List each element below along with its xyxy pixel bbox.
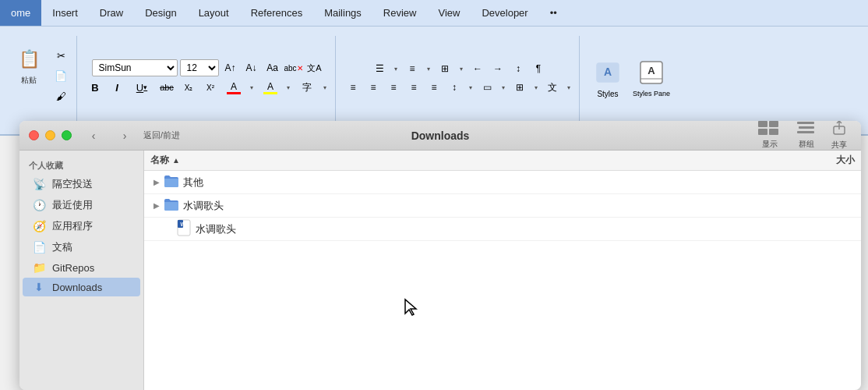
menu-more[interactable]: •• (539, 0, 568, 26)
paste-button[interactable]: 📋 粘贴 (9, 43, 48, 90)
font-color-btn[interactable]: A (222, 79, 245, 96)
sort-btn[interactable]: ↕ (509, 60, 528, 77)
svg-text:A: A (604, 66, 612, 78)
change-case-btn[interactable]: Aa (263, 59, 282, 76)
svg-rect-8 (769, 129, 778, 135)
ribbon-font-group: SimSun 12 A↑ A↓ Aa abc✕ 文A B I U ▾ abc (80, 36, 336, 134)
menu-draw[interactable]: Draw (89, 0, 134, 26)
shading-btn[interactable]: ▭ (478, 79, 496, 96)
decrease-indent-btn[interactable]: ← (468, 60, 487, 77)
menu-home[interactable]: ome (0, 0, 41, 26)
superscript-button[interactable]: X² (200, 78, 221, 97)
font-color-dropdown[interactable]: ▾ (246, 79, 257, 96)
sidebar-item-downloads[interactable]: ⬇ Downloads (23, 278, 140, 296)
justify-btn[interactable]: ≡ (404, 79, 423, 96)
numbering-dropdown[interactable]: ▾ (423, 60, 434, 77)
format-painter-button[interactable]: 🖌 (50, 87, 72, 105)
increase-font-btn[interactable]: A↑ (221, 59, 240, 76)
traffic-light-close[interactable] (29, 130, 39, 140)
border-dropdown[interactable]: ▾ (531, 79, 542, 96)
menu-layout[interactable]: Layout (188, 0, 240, 26)
file-row[interactable]: ▶ 水调歌头 (144, 194, 861, 218)
traffic-light-maximize[interactable] (62, 130, 72, 140)
underline-dropdown[interactable]: ▾ (143, 83, 147, 91)
group-icon (797, 121, 816, 138)
show-hide-btn[interactable]: ¶ (529, 60, 548, 77)
menu-insert[interactable]: Insert (41, 0, 89, 26)
svg-rect-7 (758, 129, 767, 135)
shading-dropdown[interactable]: ▾ (498, 79, 509, 96)
file-row[interactable]: ▶ 其他 (144, 171, 861, 194)
styles-pane-button[interactable]: A Styles Pane (631, 51, 672, 105)
clear-format-btn[interactable]: abc✕ (284, 59, 303, 76)
sidebar-item-label-applications: 应用程序 (52, 219, 93, 233)
line-spacing-dropdown[interactable]: ▾ (465, 79, 476, 96)
font-family-select[interactable]: SimSun (92, 59, 178, 76)
traffic-light-minimize[interactable] (45, 130, 55, 140)
multilevel-btn[interactable]: ⊞ (436, 60, 454, 77)
bullets-dropdown[interactable]: ▾ (390, 60, 401, 77)
finder-titlebar: ‹ › 返回/前进 Downloads 显示 (19, 121, 861, 151)
gitrepos-icon: 📁 (32, 261, 46, 274)
sidebar-item-airdrop[interactable]: 📡 隔空投送 (23, 174, 140, 194)
file-name: 水调歌头 (183, 199, 792, 213)
styles-btn-label: Styles (597, 90, 618, 98)
svg-rect-10 (799, 126, 814, 129)
sidebar-item-label-downloads: Downloads (52, 282, 102, 293)
column-name-header: 名称 ▲ (150, 154, 792, 167)
align-left-btn[interactable]: ≡ (344, 79, 362, 96)
menu-references[interactable]: References (240, 0, 313, 26)
line-spacing-btn[interactable]: ↕ (445, 79, 464, 96)
bullets-btn[interactable]: ☰ (370, 60, 389, 77)
font-content: SimSun 12 A↑ A↓ Aa abc✕ 文A B I U ▾ abc (85, 37, 330, 119)
align-center-btn[interactable]: ≡ (364, 79, 383, 96)
back-button[interactable]: ‹ (84, 126, 103, 145)
chinese-layout-dropdown[interactable]: ▾ (563, 79, 574, 96)
highlight-btn[interactable]: A (259, 79, 282, 96)
highlight-dropdown[interactable]: ▾ (283, 79, 294, 96)
share-button[interactable]: 共享 (827, 121, 852, 152)
clipboard-content: 📋 粘贴 ✂ 📄 🖌 (9, 37, 72, 119)
font-size-select[interactable]: 12 (180, 59, 219, 76)
menu-review[interactable]: Review (372, 0, 428, 26)
subscript-button[interactable]: X₂ (178, 78, 199, 97)
italic-button[interactable]: I (107, 78, 127, 97)
dist-justify-btn[interactable]: ≡ (425, 79, 443, 96)
bold-button[interactable]: B (85, 78, 105, 97)
align-right-btn[interactable]: ≡ (384, 79, 403, 96)
char-spacing-btn[interactable]: 字 (295, 79, 319, 96)
chinese-layout-btn[interactable]: 文 (543, 79, 562, 96)
para-row-2: ≡ ≡ ≡ ≡ ≡ ↕ ▾ ▭ ▾ ⊞ ▾ 文 ▾ (344, 79, 574, 96)
file-name: 其他 (183, 176, 792, 190)
menu-view[interactable]: View (427, 0, 471, 26)
strikethrough-button[interactable]: abc (157, 78, 177, 97)
increase-indent-btn[interactable]: → (489, 60, 507, 77)
menu-developer[interactable]: Developer (471, 0, 538, 26)
styles-button[interactable]: A Styles (587, 51, 628, 105)
sidebar-item-recents[interactable]: 🕐 最近使用 (23, 195, 140, 215)
menu-design[interactable]: Design (134, 0, 187, 26)
underline-button[interactable]: U ▾ (129, 78, 155, 97)
sidebar-item-applications[interactable]: 🧭 应用程序 (23, 216, 140, 236)
file-row[interactable]: W 水调歌头 (144, 218, 861, 241)
char-spacing-group: 字 ▾ (295, 79, 330, 96)
expand-icon[interactable]: ▶ (150, 201, 163, 210)
back-forward-label[interactable]: 返回/前进 (143, 129, 180, 141)
folder-icon (163, 197, 180, 214)
forward-button[interactable]: › (115, 126, 134, 145)
view-mode-button[interactable]: 显示 (753, 121, 786, 151)
phonetic-btn[interactable]: 文A (305, 59, 324, 76)
nav-labels: 返回/前进 (143, 129, 180, 141)
cut-button[interactable]: ✂ (50, 46, 72, 65)
multilevel-dropdown[interactable]: ▾ (456, 60, 467, 77)
menu-mailings[interactable]: Mailings (313, 0, 372, 26)
sidebar-item-gitrepos[interactable]: 📁 GitRepos (23, 258, 140, 277)
expand-icon[interactable]: ▶ (150, 178, 163, 186)
decrease-font-btn[interactable]: A↓ (242, 59, 261, 76)
sidebar-item-documents[interactable]: 📄 文稿 (23, 237, 140, 257)
numbering-btn[interactable]: ≡ (403, 60, 422, 77)
group-button[interactable]: 群组 (792, 121, 820, 151)
copy-button[interactable]: 📄 (50, 66, 72, 85)
char-spacing-dropdown[interactable]: ▾ (319, 79, 330, 96)
border-btn[interactable]: ⊞ (510, 79, 529, 96)
